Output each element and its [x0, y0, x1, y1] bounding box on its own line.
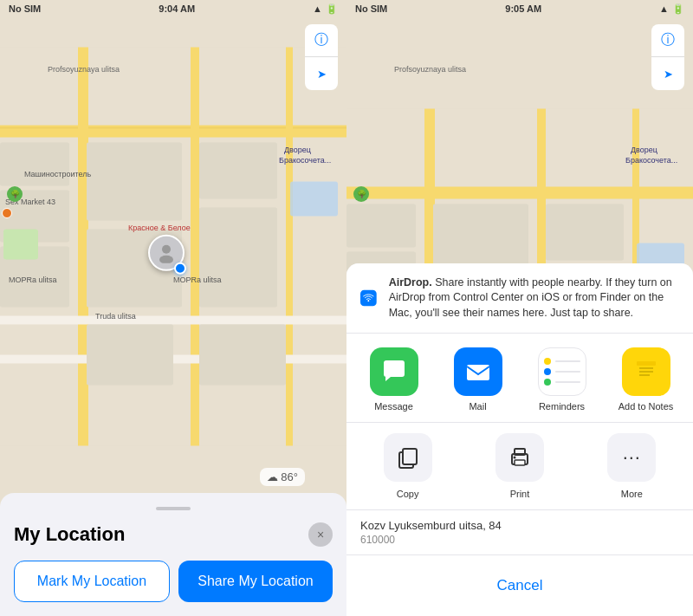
battery-icon-left: 🔋 [326, 3, 338, 15]
shop-marker [2, 208, 12, 218]
svg-rect-6 [0, 316, 346, 325]
dot-green [544, 379, 551, 386]
airdrop-icon [360, 276, 377, 321]
cancel-button[interactable]: Cancel [360, 566, 679, 606]
sheet-title-row: My Location × [14, 522, 333, 547]
svg-point-52 [513, 457, 515, 459]
battery-icon-right: 🔋 [672, 3, 684, 15]
location-arrow-icon-left: ➤ [317, 68, 327, 81]
address-bar: Kozv Lyuksemburd uitsa, 84 610000 [346, 510, 693, 555]
sheet-action-buttons: Mark My Location Share My Location [14, 561, 333, 602]
avatar [148, 235, 185, 271]
right-panel: No SIM 9:05 AM ▲ 🔋 ⓘ ➤ Profsoyuznaya uli… [346, 0, 693, 616]
map-controls-right: ⓘ ➤ [651, 24, 684, 90]
location-icon-status: ▲ [313, 3, 322, 14]
action-item-more[interactable]: ··· More [597, 433, 666, 499]
airdrop-banner: AirDrop. Share instantly with people nea… [346, 263, 693, 334]
svg-rect-48 [403, 449, 417, 464]
reminder-line-1 [555, 360, 580, 362]
app-item-mail[interactable]: Mail [448, 347, 508, 412]
info-icon-right: ⓘ [661, 31, 675, 49]
street-label-right: Profsoyuznaya ulitsa [394, 65, 466, 74]
info-icon-left: ⓘ [314, 31, 328, 49]
carrier-right: No SIM [355, 3, 387, 14]
mark-location-button[interactable]: Mark My Location [14, 561, 170, 602]
notes-app-label: Add to Notes [619, 401, 674, 412]
blue-location-dot [174, 263, 186, 275]
address-text: Kozv Lyuksemburd uitsa, 84 [360, 519, 679, 532]
label-truda: Truda ulitsa [95, 312, 136, 321]
status-bar-left: No SIM 9:04 AM ▲ 🔋 [0, 0, 346, 17]
dot-yellow [544, 358, 551, 365]
location-button-left[interactable]: ➤ [305, 57, 338, 90]
svg-rect-9 [199, 143, 277, 199]
app-item-message[interactable]: Message [364, 347, 424, 412]
copy-icon [396, 445, 420, 470]
share-location-button[interactable]: Share My Location [178, 561, 333, 602]
carrier-left: No SIM [9, 3, 41, 14]
svg-rect-12 [199, 208, 277, 308]
airdrop-description: AirDrop. Share instantly with people nea… [389, 276, 679, 321]
dot-blue [544, 368, 551, 375]
time-right: 9:05 AM [505, 3, 541, 14]
info-button-left[interactable]: ⓘ [305, 24, 338, 57]
label-krasnoe: Красное & Белое [128, 224, 191, 232]
mail-icon [464, 358, 492, 386]
location-pin [148, 235, 185, 271]
map-area-left: No SIM 9:04 AM ▲ 🔋 ⓘ ➤ [0, 0, 346, 493]
weather-badge: ☁ 86° [260, 468, 305, 486]
bottom-sheet-left: My Location × Mark My Location Share My … [0, 493, 346, 616]
address-line: Kozv Lyuksemburd uitsa, 84 [360, 519, 502, 532]
print-icon [508, 445, 532, 470]
postal-code: 610000 [360, 534, 395, 546]
app-item-reminders[interactable]: Reminders [532, 347, 593, 412]
close-button[interactable]: × [308, 522, 333, 547]
action-item-print[interactable]: Print [485, 433, 554, 499]
print-icon-box [495, 433, 544, 482]
map-controls-left: ⓘ ➤ [305, 24, 338, 90]
svg-rect-16 [199, 325, 286, 386]
close-icon: × [317, 528, 324, 541]
label-brakosocheta-right: Бракосочета... [625, 156, 677, 165]
copy-icon-box [384, 433, 432, 482]
airdrop-title: AirDrop. [389, 276, 432, 289]
svg-point-40 [367, 300, 369, 302]
action-item-copy[interactable]: Copy [373, 433, 443, 499]
reminder-row-2 [544, 368, 580, 375]
sheet-title: My Location [14, 523, 125, 546]
label-dvorets-right: Дворец [631, 146, 657, 154]
label-brakosocheta: Бракосочета... [279, 156, 331, 165]
svg-rect-8 [87, 143, 182, 221]
svg-rect-4 [191, 48, 199, 446]
svg-rect-41 [467, 365, 489, 380]
svg-rect-2 [0, 127, 346, 129]
reminders-list [539, 354, 586, 389]
reminder-row-1 [544, 358, 580, 365]
reminder-line-3 [555, 381, 580, 383]
park-icon-right: 🌳 [353, 186, 369, 202]
reminder-line-2 [555, 371, 580, 373]
park-icon: 🌳 [7, 186, 23, 202]
notes-app-icon [622, 347, 670, 396]
postal-text: 610000 [360, 534, 679, 546]
info-button-right[interactable]: ⓘ [651, 24, 684, 57]
message-icon [380, 358, 408, 386]
location-button-right[interactable]: ➤ [651, 57, 684, 90]
mail-app-icon [454, 347, 502, 396]
action-row: Copy Print [346, 423, 693, 510]
status-bar-right: No SIM 9:05 AM ▲ 🔋 [346, 0, 693, 17]
user-silhouette [156, 243, 177, 263]
svg-rect-18 [290, 182, 338, 217]
svg-rect-30 [346, 204, 416, 248]
temperature: 86° [281, 470, 298, 483]
weather-icon: ☁ [267, 470, 278, 483]
app-item-notes[interactable]: Add to Notes [616, 347, 677, 412]
svg-rect-22 [346, 187, 693, 199]
share-sheet-overlay: AirDrop. Share instantly with people nea… [346, 263, 693, 617]
copy-label: Copy [397, 489, 419, 499]
location-arrow-icon-right: ➤ [664, 68, 673, 81]
svg-rect-17 [3, 230, 38, 260]
status-icons-right: ▲ 🔋 [659, 3, 684, 15]
label-mopra-1: MOPRa ulitsa [9, 276, 57, 284]
cancel-row: Cancel [346, 555, 693, 616]
